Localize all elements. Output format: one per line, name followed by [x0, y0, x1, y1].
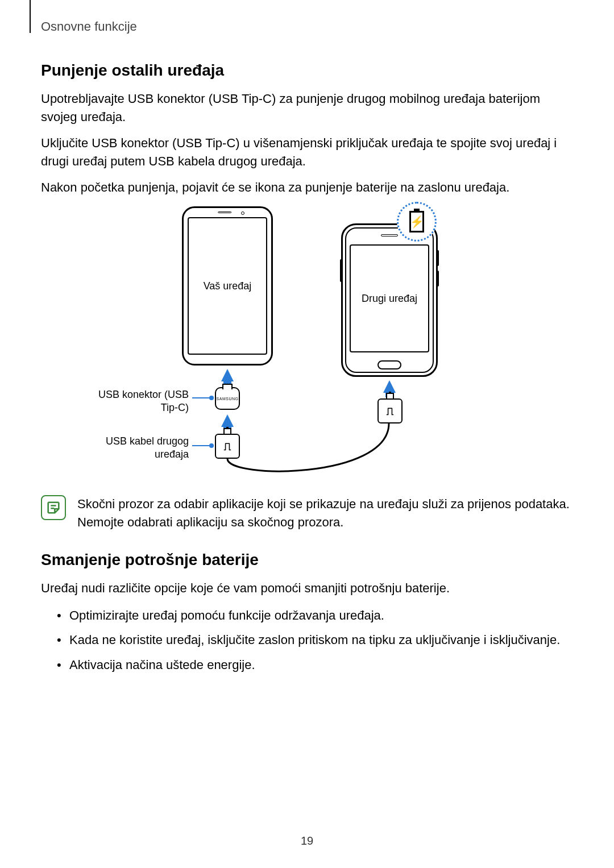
- section1-p2: Uključite USB konektor (USB Tip-C) u viš…: [41, 134, 573, 171]
- section1-p3: Nakon početka punjenja, pojavit će se ik…: [41, 178, 573, 197]
- section2-intro: Uređaj nudi različite opcije koje će vam…: [41, 579, 573, 597]
- list-item: Optimizirajte uređaj pomoću funkcije odr…: [57, 605, 573, 625]
- samsung-text: SAMSUNG: [217, 397, 239, 401]
- usb-cable-label: USB kabel drugog uređaja: [86, 435, 189, 460]
- arrow-icon: [221, 369, 234, 381]
- page-header: Osnovne funkcije: [41, 19, 573, 34]
- header-rule: [30, 0, 31, 33]
- bullet-list: Optimizirajte uređaj pomoću funkcije odr…: [41, 605, 573, 675]
- charging-diagram: Vaš uređaj Drugi uređaj ⚡ SAMSUNG ⎍ ⎍ US…: [63, 206, 551, 479]
- other-device-illustration: Drugi uređaj: [341, 223, 438, 377]
- arrow-icon: [383, 380, 396, 393]
- note-block: Skočni prozor za odabir aplikacije koji …: [41, 495, 573, 531]
- leader-line: [192, 445, 213, 446]
- leader-line: [192, 397, 213, 398]
- usb-connector-label: USB konektor (USB Tip-C): [86, 388, 189, 414]
- section2-title: Smanjenje potrošnje baterije: [41, 551, 573, 569]
- battery-icon: ⚡: [409, 211, 424, 232]
- note-text: Skočni prozor za odabir aplikacije koji …: [77, 495, 573, 531]
- note-icon: [41, 495, 66, 520]
- your-device-label: Vaš uređaj: [188, 217, 267, 355]
- usb-c-connector-icon: SAMSUNG: [215, 387, 240, 410]
- bolt-icon: ⚡: [410, 215, 424, 229]
- usb-glyph-icon: ⎍: [387, 405, 393, 418]
- list-item: Aktivacija načina uštede energije.: [57, 655, 573, 675]
- usb-plug-icon: ⎍: [377, 398, 403, 423]
- your-device-illustration: Vaš uređaj: [182, 206, 273, 366]
- page-number: 19: [0, 834, 614, 848]
- other-device-label: Drugi uređaj: [350, 244, 429, 352]
- cable-icon: [225, 423, 391, 480]
- section1-title: Punjenje ostalih uređaja: [41, 61, 573, 80]
- charging-halo-icon: ⚡: [397, 202, 437, 242]
- list-item: Kada ne koristite uređaj, isključite zas…: [57, 630, 573, 650]
- page: Osnovne funkcije Punjenje ostalih uređaj…: [0, 0, 614, 868]
- section1-p1: Upotrebljavajte USB konektor (USB Tip-C)…: [41, 90, 573, 126]
